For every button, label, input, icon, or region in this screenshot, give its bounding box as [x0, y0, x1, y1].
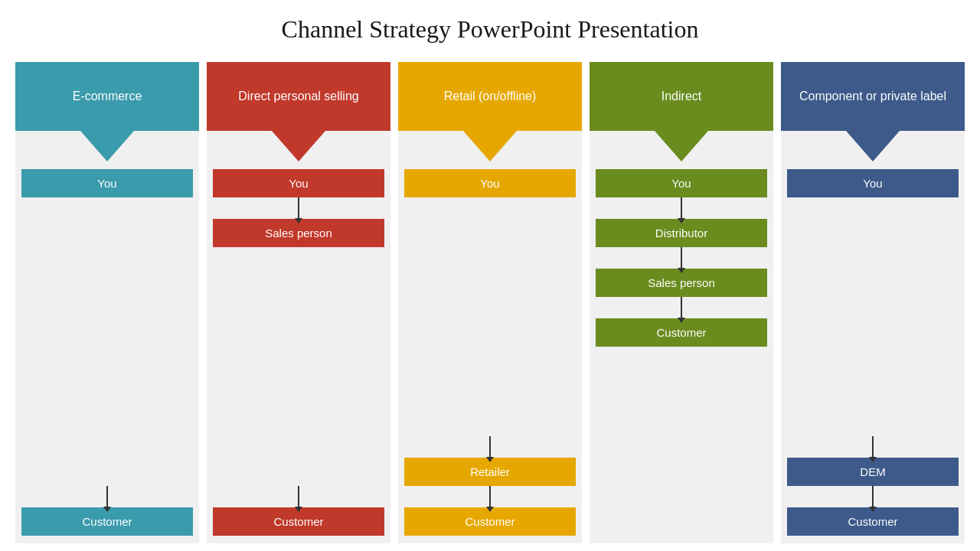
node-ecommerce-0: You	[21, 169, 193, 197]
channel-component: Component or private labelYouDEMCustomer	[781, 62, 965, 543]
flow-area-ecommerce: YouCustomer	[15, 169, 199, 536]
connector-line	[298, 197, 299, 219]
flow-area-indirect: YouDistributorSales personCustomer	[590, 169, 773, 536]
channel-header-indirect: Indirect	[590, 62, 773, 131]
connector-line	[872, 436, 874, 458]
connector-line	[872, 486, 874, 507]
node-indirect-0: You	[596, 169, 767, 197]
channel-retail: Retail (on/offline)YouRetailerCustomer	[398, 62, 582, 543]
channel-arrow-retail	[463, 131, 517, 161]
channel-direct-selling: Direct personal sellingYouSales personCu…	[207, 62, 390, 543]
channels-container: E-commerceYouCustomerDirect personal sel…	[15, 62, 965, 543]
connector-line	[681, 297, 682, 318]
channel-arrow-ecommerce	[80, 131, 134, 161]
node-retail-0: You	[404, 169, 576, 197]
channel-arrow-indirect	[655, 131, 708, 161]
channel-header-direct-selling: Direct personal selling	[207, 62, 390, 131]
connector-line	[681, 197, 682, 219]
flow-area-direct-selling: YouSales personCustomer	[207, 169, 390, 536]
connector-line	[681, 247, 682, 269]
channel-arrow-component	[846, 131, 900, 161]
connector-line	[106, 486, 108, 507]
channel-header-ecommerce: E-commerce	[15, 62, 199, 131]
connector-line	[489, 486, 491, 507]
connector-line	[298, 486, 299, 507]
node-component-0: You	[787, 169, 959, 197]
page-title: Channel Strategy PowerPoint Presentation	[282, 15, 699, 44]
connector-line	[489, 436, 491, 458]
node-direct-selling-0: You	[213, 169, 384, 197]
channel-indirect: IndirectYouDistributorSales personCustom…	[590, 62, 773, 543]
flow-area-component: YouDEMCustomer	[781, 169, 965, 536]
flow-area-retail: YouRetailerCustomer	[398, 169, 582, 536]
channel-ecommerce: E-commerceYouCustomer	[15, 62, 199, 543]
channel-header-retail: Retail (on/offline)	[398, 62, 582, 131]
channel-header-component: Component or private label	[781, 62, 965, 131]
channel-arrow-direct-selling	[272, 131, 325, 161]
